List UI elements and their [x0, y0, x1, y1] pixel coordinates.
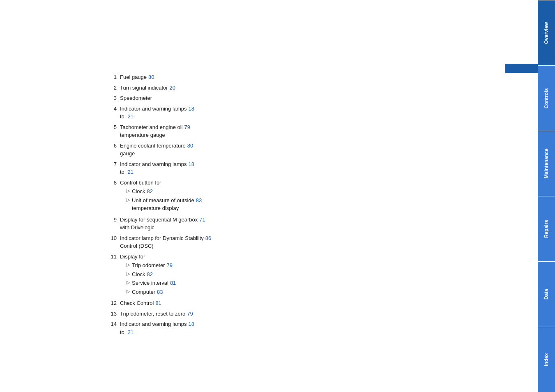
sidebar-tab-index[interactable]: Index — [538, 327, 555, 392]
page-link[interactable]: 71 — [199, 217, 205, 223]
item-number: 10 — [107, 234, 117, 242]
sub-item: ▷Computer83 — [127, 288, 522, 296]
list-item: 1Fuel gauge80 — [107, 73, 522, 81]
list-item: 9Display for sequential M gearbox71with … — [107, 216, 522, 232]
item-text-line1: Tachometer and engine oil — [120, 124, 183, 130]
item-content: Indicator and warning lamps18to 21 — [120, 105, 522, 121]
sidebar-tab-data[interactable]: Data — [538, 261, 555, 327]
sub-page-link[interactable]: 79 — [166, 262, 172, 268]
item-text-line2: gauge — [120, 150, 135, 157]
main-content: 1Fuel gauge802Turn signal indicator203Sp… — [99, 62, 530, 343]
item-text-line1: Engine coolant temperature — [120, 143, 186, 149]
item-number: 3 — [107, 94, 117, 102]
item-content: Fuel gauge80 — [120, 73, 522, 81]
item-content: Engine coolant temperature80gauge — [120, 142, 522, 158]
item-number: 12 — [107, 299, 117, 307]
page-link[interactable]: 79 — [184, 124, 190, 130]
sub-bullet-icon: ▷ — [127, 261, 130, 268]
continuation-link[interactable]: 21 — [127, 169, 133, 175]
sub-page-link[interactable]: 82 — [147, 188, 153, 194]
item-content: Display for▷Trip odometer79▷Clock82▷Serv… — [120, 253, 522, 297]
sub-item-content: Trip odometer79 — [132, 261, 173, 270]
sub-item-content: Clock82 — [132, 270, 153, 279]
item-content: Speedometer — [120, 94, 522, 102]
sub-bullet-icon: ▷ — [127, 270, 130, 277]
item-content: Check Control81 — [120, 299, 522, 307]
item-number: 14 — [107, 320, 117, 328]
items-list: 1Fuel gauge802Turn signal indicator203Sp… — [107, 73, 522, 336]
item-content: Tachometer and engine oil79temperature g… — [120, 123, 522, 139]
item-continuation: to 21 — [120, 169, 134, 175]
item-content: Display for sequential M gearbox71with D… — [120, 216, 522, 232]
page-link[interactable]: 18 — [189, 321, 194, 327]
sidebar-tab-controls[interactable]: Controls — [538, 65, 555, 131]
page-container: 1Fuel gauge802Turn signal indicator203Sp… — [0, 0, 555, 392]
item-text-line2: with Drivelogic — [120, 224, 154, 231]
item-text-line2: temperature gauge — [120, 132, 165, 138]
sidebar-tab-overview[interactable]: Overview — [538, 0, 555, 65]
sub-bullet-icon: ▷ — [127, 279, 130, 286]
list-item: 3Speedometer — [107, 94, 522, 102]
item-content: Control button for▷Clock82▷Unit of measu… — [120, 179, 522, 213]
sub-text-cont: temperature display — [132, 205, 179, 211]
item-number: 5 — [107, 123, 117, 131]
item-number: 13 — [107, 310, 117, 318]
sub-item: ▷Unit of measure of outside83temperature… — [127, 196, 522, 212]
list-item: 7Indicator and warning lamps18to 21 — [107, 160, 522, 176]
page-link[interactable]: 80 — [148, 74, 154, 80]
page-link[interactable]: 18 — [189, 106, 194, 112]
list-item: 11Display for▷Trip odometer79▷Clock82▷Se… — [107, 253, 522, 297]
sub-page-link[interactable]: 83 — [196, 197, 202, 203]
sub-item-content: Computer83 — [132, 288, 163, 296]
sub-item: ▷Trip odometer79 — [127, 261, 522, 270]
list-item: 8Control button for▷Clock82▷Unit of meas… — [107, 179, 522, 213]
list-item: 4Indicator and warning lamps18to 21 — [107, 105, 522, 121]
list-item: 14Indicator and warning lamps18to 21 — [107, 320, 522, 336]
sub-item-content: Service interval81 — [132, 279, 176, 287]
item-number: 6 — [107, 142, 117, 150]
sub-items-list: ▷Trip odometer79▷Clock82▷Service interva… — [120, 261, 522, 296]
item-number: 11 — [107, 253, 117, 261]
item-content: Trip odometer, reset to zero79 — [120, 310, 522, 318]
sub-bullet-icon: ▷ — [127, 288, 130, 295]
list-item: 6Engine coolant temperature80gauge — [107, 142, 522, 158]
page-link[interactable]: 86 — [205, 235, 211, 241]
sidebar-tab-repairs[interactable]: Repairs — [538, 196, 555, 261]
sub-bullet-icon: ▷ — [127, 187, 130, 194]
continuation-link[interactable]: 21 — [127, 113, 133, 120]
sub-item: ▷Service interval81 — [127, 279, 522, 287]
item-number: 7 — [107, 160, 117, 168]
sub-page-link[interactable]: 83 — [157, 289, 163, 295]
sub-item-content: Unit of measure of outside83temperature … — [132, 196, 202, 212]
page-link[interactable]: 81 — [155, 300, 161, 306]
item-content: Indicator lamp for Dynamic Stability86Co… — [120, 234, 522, 250]
item-number: 9 — [107, 216, 117, 224]
sub-bullet-icon: ▷ — [127, 196, 130, 203]
sub-item: ▷Clock82 — [127, 270, 522, 279]
page-link[interactable]: 79 — [187, 311, 193, 317]
sub-page-link[interactable]: 82 — [147, 271, 153, 277]
list-item: 5Tachometer and engine oil79temperature … — [107, 123, 522, 139]
page-link[interactable]: 18 — [189, 161, 194, 167]
page-link[interactable]: 80 — [187, 143, 193, 149]
item-number: 8 — [107, 179, 117, 187]
continuation-link[interactable]: 21 — [127, 329, 133, 335]
list-item: 13Trip odometer, reset to zero79 — [107, 310, 522, 318]
item-content: Indicator and warning lamps18to 21 — [120, 320, 522, 336]
page-link[interactable]: 20 — [170, 85, 175, 91]
item-continuation: to 21 — [120, 329, 134, 335]
item-number: 1 — [107, 73, 117, 81]
sub-text: Unit of measure of outside — [132, 197, 194, 203]
sub-item: ▷Clock82 — [127, 187, 522, 196]
item-number: 2 — [107, 84, 117, 92]
list-item: 2Turn signal indicator20 — [107, 84, 522, 92]
item-text-line1: Indicator lamp for Dynamic Stability — [120, 235, 204, 241]
sidebar-tab-maintenance[interactable]: Maintenance — [538, 131, 555, 196]
item-text-line1: Display for sequential M gearbox — [120, 217, 198, 223]
item-text-line2: Control (DSC) — [120, 243, 154, 249]
sub-page-link[interactable]: 81 — [170, 280, 176, 286]
sub-item-content: Clock82 — [132, 187, 153, 196]
item-continuation: to 21 — [120, 113, 134, 120]
list-item: 10Indicator lamp for Dynamic Stability86… — [107, 234, 522, 250]
list-item: 12Check Control81 — [107, 299, 522, 307]
